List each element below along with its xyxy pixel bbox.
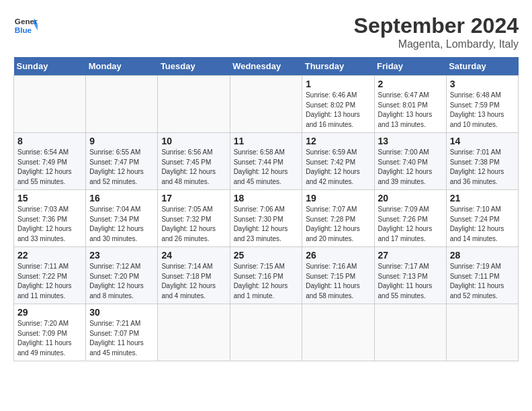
weekday-header-cell: Wednesday (230, 57, 302, 76)
svg-marker-3 (34, 24, 38, 30)
day-info: Sunrise: 7:00 AMSunset: 7:40 PMDaylight:… (378, 148, 443, 187)
calendar-day-cell: 26Sunrise: 7:16 AMSunset: 7:15 PMDayligh… (302, 247, 374, 304)
calendar-day-cell: 21Sunrise: 7:10 AMSunset: 7:24 PMDayligh… (446, 190, 518, 247)
day-number: 3 (450, 79, 515, 89)
day-info: Sunrise: 7:09 AMSunset: 7:26 PMDaylight:… (378, 205, 443, 244)
day-number: 23 (89, 250, 154, 261)
calendar-day-cell (14, 76, 86, 133)
calendar-day-cell: 23Sunrise: 7:12 AMSunset: 7:20 PMDayligh… (86, 247, 158, 304)
calendar-day-cell: 11Sunrise: 6:58 AMSunset: 7:44 PMDayligh… (230, 133, 302, 190)
day-number: 8 (17, 136, 82, 146)
calendar-day-cell (446, 304, 518, 361)
calendar-day-cell: 19Sunrise: 7:07 AMSunset: 7:28 PMDayligh… (302, 190, 374, 247)
day-number: 22 (17, 250, 82, 261)
day-info: Sunrise: 6:54 AMSunset: 7:49 PMDaylight:… (17, 148, 82, 187)
calendar-day-cell: 20Sunrise: 7:09 AMSunset: 7:26 PMDayligh… (374, 190, 446, 247)
calendar-day-cell (158, 304, 230, 361)
day-number: 24 (161, 250, 226, 261)
day-number: 15 (17, 193, 82, 203)
calendar-week-row: 1Sunrise: 6:46 AMSunset: 8:02 PMDaylight… (14, 76, 519, 133)
logo: General Blue (13, 13, 38, 38)
day-info: Sunrise: 7:15 AMSunset: 7:16 PMDaylight:… (234, 262, 299, 301)
calendar-body: 1Sunrise: 6:46 AMSunset: 8:02 PMDaylight… (14, 76, 519, 361)
calendar-day-cell: 3Sunrise: 6:48 AMSunset: 7:59 PMDaylight… (446, 76, 518, 133)
day-info: Sunrise: 7:16 AMSunset: 7:15 PMDaylight:… (306, 262, 370, 301)
calendar-day-cell: 22Sunrise: 7:11 AMSunset: 7:22 PMDayligh… (14, 247, 86, 304)
weekday-header-cell: Saturday (446, 57, 518, 76)
calendar-day-cell (230, 304, 302, 361)
day-info: Sunrise: 7:17 AMSunset: 7:13 PMDaylight:… (378, 262, 443, 301)
day-info: Sunrise: 7:14 AMSunset: 7:18 PMDaylight:… (161, 262, 226, 301)
day-number: 2 (378, 79, 443, 89)
day-number: 14 (450, 136, 515, 146)
day-info: Sunrise: 6:47 AMSunset: 8:01 PMDaylight:… (378, 91, 443, 130)
weekday-header-cell: Friday (374, 57, 446, 76)
day-number: 13 (378, 136, 443, 146)
day-number: 11 (234, 136, 299, 146)
day-number: 19 (306, 193, 370, 203)
calendar-day-cell: 24Sunrise: 7:14 AMSunset: 7:18 PMDayligh… (158, 247, 230, 304)
day-number: 30 (89, 307, 154, 318)
calendar-day-cell (86, 76, 158, 133)
calendar-day-cell: 2Sunrise: 6:47 AMSunset: 8:01 PMDaylight… (374, 76, 446, 133)
day-info: Sunrise: 7:07 AMSunset: 7:28 PMDaylight:… (306, 205, 370, 244)
logo-icon: General Blue (13, 13, 38, 38)
calendar-day-cell: 18Sunrise: 7:06 AMSunset: 7:30 PMDayligh… (230, 190, 302, 247)
title-area: September 2024 Magenta, Lombardy, Italy (354, 13, 519, 50)
day-number: 17 (161, 193, 226, 203)
calendar-day-cell (230, 76, 302, 133)
calendar-day-cell: 14Sunrise: 7:01 AMSunset: 7:38 PMDayligh… (446, 133, 518, 190)
day-info: Sunrise: 6:59 AMSunset: 7:42 PMDaylight:… (306, 148, 370, 187)
day-info: Sunrise: 6:55 AMSunset: 7:47 PMDaylight:… (89, 148, 154, 187)
day-info: Sunrise: 7:03 AMSunset: 7:36 PMDaylight:… (17, 205, 82, 244)
calendar-day-cell: 30Sunrise: 7:21 AMSunset: 7:07 PMDayligh… (86, 304, 158, 361)
day-info: Sunrise: 7:12 AMSunset: 7:20 PMDaylight:… (89, 262, 154, 301)
location-title: Magenta, Lombardy, Italy (354, 38, 519, 50)
calendar-week-row: 22Sunrise: 7:11 AMSunset: 7:22 PMDayligh… (14, 247, 519, 304)
day-number: 1 (306, 79, 370, 89)
day-number: 18 (234, 193, 299, 203)
day-info: Sunrise: 6:56 AMSunset: 7:45 PMDaylight:… (161, 148, 226, 187)
day-info: Sunrise: 6:46 AMSunset: 8:02 PMDaylight:… (306, 91, 370, 130)
day-number: 20 (378, 193, 443, 203)
weekday-header-cell: Monday (86, 57, 158, 76)
calendar-table: SundayMondayTuesdayWednesdayThursdayFrid… (13, 57, 519, 361)
calendar-day-cell: 1Sunrise: 6:46 AMSunset: 8:02 PMDaylight… (302, 76, 374, 133)
day-number: 29 (17, 307, 82, 318)
day-info: Sunrise: 7:11 AMSunset: 7:22 PMDaylight:… (17, 262, 82, 301)
day-number: 26 (306, 250, 370, 261)
calendar-day-cell: 28Sunrise: 7:19 AMSunset: 7:11 PMDayligh… (446, 247, 518, 304)
day-number: 10 (161, 136, 226, 146)
calendar-day-cell (302, 304, 374, 361)
weekday-header-cell: Thursday (302, 57, 374, 76)
day-number: 16 (89, 193, 154, 203)
day-number: 12 (306, 136, 370, 146)
day-info: Sunrise: 7:04 AMSunset: 7:34 PMDaylight:… (89, 205, 154, 244)
calendar-day-cell: 8Sunrise: 6:54 AMSunset: 7:49 PMDaylight… (14, 133, 86, 190)
calendar-day-cell: 9Sunrise: 6:55 AMSunset: 7:47 PMDaylight… (86, 133, 158, 190)
day-number: 28 (450, 250, 515, 261)
month-title: September 2024 (354, 13, 519, 38)
day-info: Sunrise: 7:20 AMSunset: 7:09 PMDaylight:… (17, 319, 82, 358)
svg-text:Blue: Blue (15, 26, 32, 34)
day-number: 21 (450, 193, 515, 203)
calendar-week-row: 15Sunrise: 7:03 AMSunset: 7:36 PMDayligh… (14, 190, 519, 247)
day-number: 27 (378, 250, 443, 261)
calendar-day-cell: 12Sunrise: 6:59 AMSunset: 7:42 PMDayligh… (302, 133, 374, 190)
calendar-day-cell (158, 76, 230, 133)
day-info: Sunrise: 7:19 AMSunset: 7:11 PMDaylight:… (450, 262, 515, 301)
calendar-day-cell: 10Sunrise: 6:56 AMSunset: 7:45 PMDayligh… (158, 133, 230, 190)
weekday-header-cell: Sunday (14, 57, 86, 76)
calendar-day-cell (374, 304, 446, 361)
day-info: Sunrise: 7:21 AMSunset: 7:07 PMDaylight:… (89, 319, 154, 358)
day-info: Sunrise: 7:06 AMSunset: 7:30 PMDaylight:… (234, 205, 299, 244)
weekday-header-row: SundayMondayTuesdayWednesdayThursdayFrid… (14, 57, 519, 76)
day-info: Sunrise: 6:58 AMSunset: 7:44 PMDaylight:… (234, 148, 299, 187)
day-number: 9 (89, 136, 154, 146)
calendar-day-cell: 13Sunrise: 7:00 AMSunset: 7:40 PMDayligh… (374, 133, 446, 190)
day-info: Sunrise: 6:48 AMSunset: 7:59 PMDaylight:… (450, 91, 515, 130)
day-info: Sunrise: 7:01 AMSunset: 7:38 PMDaylight:… (450, 148, 515, 187)
day-number: 25 (234, 250, 299, 261)
calendar-day-cell: 29Sunrise: 7:20 AMSunset: 7:09 PMDayligh… (14, 304, 86, 361)
calendar-week-row: 29Sunrise: 7:20 AMSunset: 7:09 PMDayligh… (14, 304, 519, 361)
